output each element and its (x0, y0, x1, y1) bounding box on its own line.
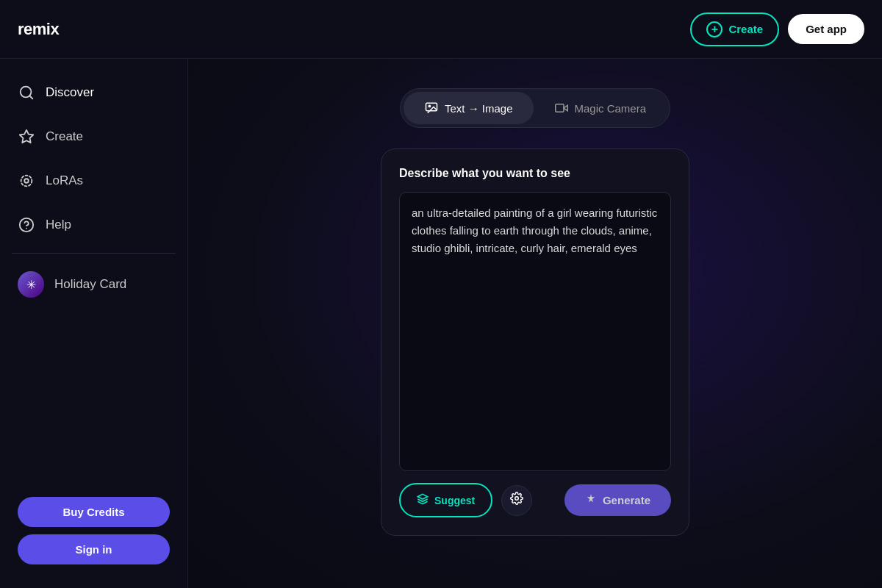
generate-button[interactable]: Generate (564, 484, 671, 516)
svg-point-8 (429, 105, 430, 107)
tab-text-image[interactable]: Text → Image (404, 92, 534, 124)
tab-text-image-label: Text → Image (445, 102, 513, 115)
tab-magic-camera[interactable]: Magic Camera (534, 92, 667, 124)
sidebar-item-holiday-card[interactable]: ✳ Holiday Card (0, 259, 187, 309)
sidebar-item-discover[interactable]: Discover (0, 71, 187, 115)
sidebar-loras-label: LoRAs (46, 173, 83, 188)
get-app-button[interactable]: Get app (788, 14, 864, 44)
sidebar-item-create[interactable]: Create (0, 115, 187, 159)
holiday-card-icon: ✳ (18, 271, 44, 298)
sidebar-item-loras[interactable]: LoRAs (0, 159, 187, 203)
sidebar-divider (12, 253, 176, 254)
suggest-label: Suggest (434, 495, 475, 506)
create-label: Create (728, 23, 763, 35)
nav-items: Discover Create LoRAs (0, 71, 187, 485)
plus-icon: + (706, 21, 723, 37)
logo: remix (18, 20, 59, 39)
suggest-icon (417, 493, 429, 507)
text-image-icon (424, 101, 439, 115)
svg-point-4 (21, 176, 32, 187)
loras-icon (18, 172, 35, 190)
tab-magic-camera-label: Magic Camera (575, 102, 647, 115)
tab-bar: Text → Image Magic Camera (400, 88, 670, 128)
discover-icon (18, 84, 35, 101)
sidebar-create-label: Create (46, 129, 83, 144)
sidebar-item-help[interactable]: Help (0, 203, 187, 247)
main: Discover Create LoRAs (0, 59, 882, 588)
create-icon (18, 128, 35, 146)
panel-actions: Suggest Gener (399, 483, 671, 517)
svg-point-3 (24, 179, 29, 183)
settings-button[interactable] (501, 485, 532, 516)
help-icon (18, 216, 35, 234)
buy-credits-button[interactable]: Buy Credits (18, 497, 170, 527)
sparkle-icon (585, 493, 597, 507)
sidebar-discover-label: Discover (46, 85, 94, 100)
header: remix + Create Get app (0, 0, 882, 59)
prompt-textarea[interactable] (399, 192, 671, 471)
svg-point-10 (515, 497, 519, 501)
svg-marker-2 (20, 130, 33, 143)
content-area: Text → Image Magic Camera Describe what … (188, 59, 882, 588)
sidebar-holiday-label: Holiday Card (54, 277, 126, 292)
generate-label: Generate (603, 494, 650, 506)
sidebar-help-label: Help (46, 218, 71, 232)
suggest-button[interactable]: Suggest (399, 483, 492, 517)
sidebar: Discover Create LoRAs (0, 59, 188, 588)
magic-camera-icon (554, 101, 569, 115)
create-panel: Describe what you want to see Suggest (381, 148, 689, 536)
gear-icon (510, 492, 523, 509)
create-button-header[interactable]: + Create (690, 12, 779, 46)
svg-line-1 (29, 96, 32, 98)
svg-rect-9 (555, 104, 563, 112)
panel-describe-label: Describe what you want to see (399, 167, 671, 180)
sign-in-button[interactable]: Sign in (18, 534, 170, 564)
sidebar-bottom: Buy Credits Sign in (0, 485, 187, 576)
header-actions: + Create Get app (690, 12, 864, 46)
